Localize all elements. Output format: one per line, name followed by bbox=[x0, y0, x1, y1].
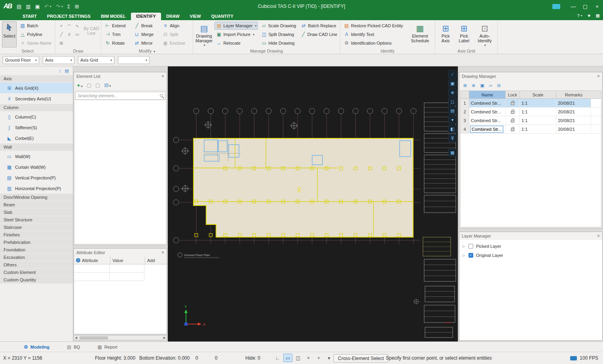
split-button[interactable]: ⊟Split bbox=[161, 30, 193, 38]
capture-icon[interactable]: ⊞ bbox=[75, 4, 79, 9]
trim-button[interactable]: ⊣Trim bbox=[103, 30, 133, 38]
close-button[interactable]: × bbox=[591, 0, 603, 13]
sidebar-group-column[interactable]: Column bbox=[0, 104, 73, 111]
sidebar-group-finishes[interactable]: Finishes bbox=[0, 231, 73, 239]
drawing-row[interactable]: 4 1:1 20/08/21 bbox=[461, 125, 601, 134]
category-select[interactable]: Axis▾ bbox=[43, 56, 74, 64]
tab-identify[interactable]: IDENTIFY bbox=[131, 13, 161, 20]
drawing-name[interactable]: Combined Str... bbox=[469, 99, 506, 107]
auto-identify-button[interactable]: ⊡ Auto-Identify ▾ bbox=[474, 21, 495, 47]
new-icon[interactable]: ▤ bbox=[17, 4, 21, 9]
arc-icon[interactable]: ◠ bbox=[67, 23, 71, 28]
layout-icon[interactable]: ▤ bbox=[65, 68, 69, 74]
add-element-button[interactable]: +▾ bbox=[77, 82, 83, 89]
sidebar-item-horizontal-projection-p[interactable]: ▥Horizontal Projection(P) bbox=[0, 183, 73, 194]
open-icon[interactable]: ▥ bbox=[26, 4, 30, 9]
drawing-name[interactable]: Combined Str... bbox=[469, 108, 506, 116]
sidebar-item-curtain-wall-w[interactable]: ▦Curtain Wall(W) bbox=[0, 162, 73, 172]
tab-project-settings[interactable]: PROJECT SETTINGS bbox=[42, 13, 96, 20]
drawing-scale[interactable]: 1:1 bbox=[520, 125, 556, 133]
hide-drawing-button[interactable]: ▭Hide Drawing bbox=[260, 39, 298, 47]
expander-icon[interactable]: ▷ bbox=[463, 253, 466, 257]
element-schedule-button[interactable]: ▦ Element Schedule bbox=[407, 21, 433, 47]
extra-select[interactable]: ▾ bbox=[118, 56, 150, 64]
chevron-down-icon[interactable]: ▾ bbox=[50, 5, 51, 8]
sum-icon[interactable]: Σ bbox=[67, 4, 70, 9]
sidebar-group-foundation[interactable]: Foundation bbox=[0, 246, 73, 254]
sidebar-group-steel-structure[interactable]: Steel Structure bbox=[0, 216, 73, 224]
sidebar-group-wall[interactable]: Wall bbox=[0, 143, 73, 151]
sidebar-group-staircase[interactable]: Staircase bbox=[0, 224, 73, 231]
merge-button[interactable]: ⊔Merge bbox=[133, 30, 161, 38]
identification-options-button[interactable]: ⚙Identification Options bbox=[342, 39, 406, 47]
layers-tool-icon[interactable]: ◧ bbox=[448, 125, 457, 133]
close-icon[interactable]: × bbox=[161, 250, 164, 255]
close-icon[interactable]: × bbox=[597, 74, 600, 79]
scrollbar-thumb[interactable] bbox=[80, 336, 108, 339]
batch-select-button[interactable]: ▧Batch bbox=[18, 22, 53, 30]
restore-picked-cad-entity-button[interactable]: ▤Restore Picked CAD Entity bbox=[342, 22, 406, 30]
tab-report[interactable]: ▦Report bbox=[97, 344, 117, 350]
pan-tool-icon[interactable]: ⊕ bbox=[448, 89, 457, 96]
drawing-manager-button[interactable]: ▤ Drawing Manager ▾ bbox=[195, 21, 213, 47]
tab-draw[interactable]: DRAW bbox=[161, 13, 185, 20]
sidebar-item-secondary-axis-u[interactable]: #Secondary Axis(U) bbox=[0, 93, 73, 104]
relocate-button[interactable]: ↔Relocate bbox=[214, 39, 258, 47]
column-header-name[interactable]: Name bbox=[469, 91, 506, 98]
import-picture-button[interactable]: ▣Import Picture▾ bbox=[214, 30, 258, 38]
break-button[interactable]: ╱Break bbox=[133, 22, 161, 30]
close-icon[interactable]: × bbox=[161, 74, 164, 79]
tab-bim-model[interactable]: BIM MODEL bbox=[96, 13, 131, 20]
attribute-editor-body[interactable] bbox=[74, 264, 167, 334]
batch-replace-button[interactable]: ⇄Batch Replace bbox=[299, 22, 339, 30]
point-icon[interactable]: + bbox=[60, 23, 63, 28]
draw-tool-icon[interactable]: ∕ bbox=[448, 70, 457, 78]
column-header-remarks[interactable]: Remarks bbox=[556, 91, 591, 98]
floor-select[interactable]: Ground Floor▾ bbox=[3, 56, 39, 64]
tab-view[interactable]: VIEW bbox=[185, 13, 206, 20]
undo-icon[interactable]: ↶ bbox=[44, 4, 49, 9]
redo-icon[interactable]: ↷ bbox=[56, 4, 60, 9]
close-icon[interactable]: × bbox=[597, 234, 600, 238]
sidebar-group-excavation[interactable]: Excavation bbox=[0, 254, 73, 261]
identify-text-button[interactable]: AIdentify Text bbox=[342, 30, 406, 38]
window-select-icon[interactable]: ▭ bbox=[283, 354, 292, 362]
delete-element-button[interactable]: ▢ bbox=[87, 82, 91, 88]
sidebar-group-slab[interactable]: Slab bbox=[0, 209, 73, 216]
checkbox-checked-icon[interactable]: ✓ bbox=[468, 253, 473, 258]
draw-cad-line-button[interactable]: ╱Draw CAD Line bbox=[299, 30, 339, 38]
drawing-scale[interactable]: 1:1 bbox=[520, 116, 556, 124]
horizontal-scrollbar[interactable]: ◀ ▶ bbox=[74, 335, 167, 340]
rotate-button[interactable]: ↻Rotate bbox=[103, 39, 133, 47]
layer-item-picked-layer[interactable]: ▷ Picked Layer bbox=[459, 241, 602, 251]
sort-icon[interactable]: ↕ bbox=[59, 68, 61, 73]
lock-cell[interactable] bbox=[506, 125, 520, 133]
sidebar-item-corbel-e[interactable]: ◣Corbel(E) bbox=[0, 133, 73, 143]
align-button[interactable]: ≡Align bbox=[161, 22, 193, 30]
select-mode-caret-icon[interactable]: ▾ bbox=[324, 354, 334, 362]
tab-start[interactable]: START bbox=[17, 13, 42, 20]
select-button[interactable]: Select bbox=[2, 21, 17, 47]
line-icon[interactable]: ╱ bbox=[60, 32, 63, 37]
spline-icon[interactable]: ∿ bbox=[75, 23, 79, 28]
clear-selection-icon[interactable]: × bbox=[304, 354, 313, 362]
sidebar-group-door-window-opening[interactable]: Door/Window Opening bbox=[0, 194, 73, 201]
minimize-button[interactable]: — bbox=[567, 0, 579, 13]
copy-element-button[interactable]: ▢ bbox=[95, 82, 100, 88]
element-list-body[interactable] bbox=[75, 101, 165, 243]
picture-icon[interactable]: ▣ bbox=[480, 83, 484, 88]
sidebar-item-axis-grid-x[interactable]: ⊞Axis Grid(X) bbox=[0, 83, 73, 93]
scroll-left-icon[interactable]: ◀ bbox=[75, 336, 77, 339]
ortho-icon[interactable]: ∟ bbox=[273, 354, 282, 362]
axis-icon[interactable]: ⊞ bbox=[59, 41, 63, 46]
tab-bq[interactable]: ▤BQ bbox=[67, 344, 80, 350]
sidebar-group-beam[interactable]: Beam bbox=[0, 201, 73, 209]
collapse-icon[interactable]: ≫ bbox=[449, 134, 457, 142]
drawing-remarks[interactable]: 20/08/21 bbox=[556, 108, 591, 116]
group-select-icon[interactable]: ◫ bbox=[294, 354, 303, 362]
drawing-scale[interactable]: 1:1 bbox=[520, 108, 556, 116]
pick-axis-button[interactable]: ⊞ Pick Axis bbox=[437, 21, 454, 47]
save-icon[interactable]: ▣ bbox=[35, 4, 40, 9]
mirror-button[interactable]: ⇄Mirror bbox=[133, 39, 161, 47]
add-drawing-icon[interactable]: ⊞ bbox=[463, 83, 467, 88]
